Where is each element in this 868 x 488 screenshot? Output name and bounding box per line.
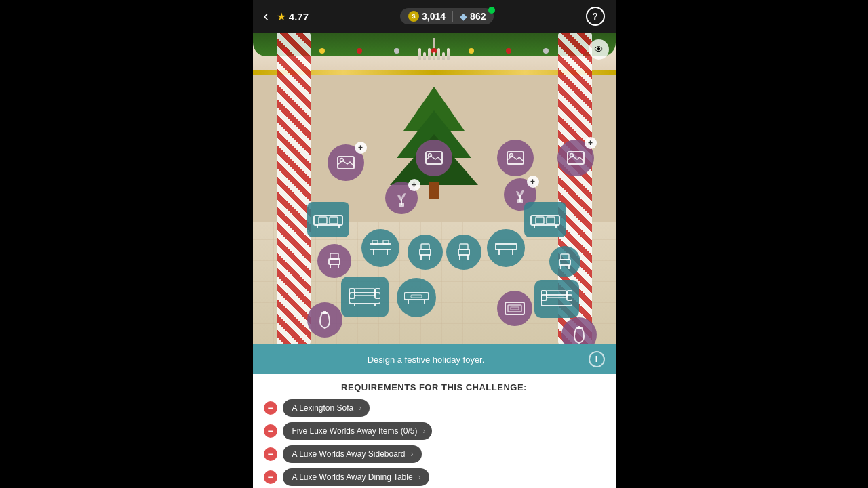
- chevron-right-icon-4: ›: [418, 472, 421, 482]
- sofa-icon: [541, 289, 572, 308]
- svg-rect-55: [508, 305, 521, 312]
- picture-icon: [506, 150, 525, 165]
- svg-rect-26: [421, 244, 429, 249]
- placement-circle-sofa1[interactable]: [341, 277, 389, 317]
- svg-rect-9: [517, 199, 523, 203]
- sofa-icon: [349, 287, 380, 306]
- sideboard-icon: [530, 211, 560, 228]
- plus-indicator: +: [355, 142, 367, 154]
- svg-point-3: [428, 154, 431, 157]
- garland-dot: [469, 48, 474, 54]
- placement-circle-chair2[interactable]: [549, 246, 580, 277]
- placement-circle-rug[interactable]: [497, 291, 532, 326]
- placement-circle-plant1[interactable]: +: [385, 182, 418, 214]
- rating-value: 4.77: [289, 11, 309, 22]
- svg-rect-53: [411, 295, 422, 298]
- svg-rect-17: [547, 217, 555, 224]
- placement-circle-dining-chair1[interactable]: [408, 235, 443, 270]
- placement-circle-dining-chair2[interactable]: [446, 235, 481, 270]
- dining-chair-icon: [456, 243, 472, 262]
- chandelier-top: [433, 38, 435, 48]
- vase-icon: [319, 310, 330, 329]
- picture-icon: [566, 150, 585, 165]
- placement-circle-vase2[interactable]: [561, 317, 597, 344]
- requirement-pill-4[interactable]: A Luxe Worlds Away Dining Table ›: [283, 468, 429, 486]
- chandelier-crystal: [428, 48, 431, 60]
- placement-circle-vase1[interactable]: [307, 302, 342, 338]
- garland-dot: [357, 48, 362, 54]
- plant-icon: [513, 186, 528, 203]
- requirement-label-1: A Lexington Sofa: [292, 403, 354, 413]
- vase-icon: [574, 325, 585, 344]
- svg-rect-30: [460, 244, 468, 249]
- plus-indicator: +: [408, 179, 420, 191]
- placement-circle-pic4[interactable]: +: [557, 140, 594, 176]
- requirement-pill-1[interactable]: A Lexington Sofa ›: [283, 399, 370, 417]
- back-button[interactable]: ‹: [264, 7, 269, 25]
- chandelier-body: [407, 38, 461, 60]
- chandelier-crystal: [437, 48, 440, 60]
- star-icon: ★: [277, 10, 286, 23]
- requirements-title: REQUIREMENTS FOR THIS CHALLENGE:: [264, 382, 605, 392]
- svg-rect-50: [404, 293, 429, 300]
- column-stripe-left: [277, 33, 311, 344]
- plus-indicator: +: [527, 176, 539, 188]
- requirement-pill-2[interactable]: Five Luxe Worlds Away Items (0/5) ›: [283, 422, 433, 440]
- gem-section: ◆ 862: [453, 11, 486, 22]
- coin-section: $ 3,014: [408, 11, 453, 22]
- chair-icon: [327, 252, 342, 270]
- rating-container: ★ 4.77: [277, 10, 309, 23]
- svg-rect-36: [329, 259, 340, 264]
- info-button[interactable]: i: [589, 351, 605, 367]
- column-left: [277, 33, 311, 344]
- placement-circle-sofa2[interactable]: [534, 280, 579, 318]
- chevron-right-icon-1: ›: [359, 403, 361, 413]
- requirement-label-2: Five Luxe Worlds Away Items (0/5): [292, 426, 418, 436]
- help-button[interactable]: ?: [586, 7, 605, 26]
- placement-circle-pic3[interactable]: [497, 140, 534, 176]
- dining-chair-icon: [417, 243, 433, 262]
- minus-icon-4: [264, 470, 277, 484]
- placement-circle-dining-table2[interactable]: [487, 229, 525, 267]
- notification-dot: [488, 7, 495, 14]
- svg-rect-11: [319, 217, 327, 224]
- coffee-table-icon: [404, 290, 429, 305]
- svg-rect-8: [399, 203, 404, 207]
- requirement-row-3: A Luxe Worlds Away Sideboard ›: [264, 445, 605, 463]
- requirement-row-1: A Lexington Sofa ›: [264, 399, 605, 417]
- coin-icon: $: [408, 11, 419, 22]
- garland-dot: [543, 48, 549, 54]
- eye-button[interactable]: 👁: [589, 39, 609, 60]
- sideboard-icon: [313, 211, 343, 228]
- chandelier-crystal: [433, 52, 435, 60]
- currency-bar[interactable]: $ 3,014 ◆ 862: [400, 8, 494, 24]
- svg-rect-40: [559, 260, 570, 265]
- app-container: ‹ ★ 4.77 $ 3,014 ◆ 862 ?: [253, 0, 616, 488]
- plus-indicator: +: [585, 137, 597, 149]
- requirement-row-2: Five Luxe Worlds Away Items (0/5) ›: [264, 422, 605, 440]
- svg-rect-12: [330, 217, 338, 224]
- svg-rect-56: [511, 307, 519, 310]
- garland-dot: [319, 48, 325, 54]
- placement-circle-coffee-table[interactable]: [397, 278, 436, 317]
- plant-icon: [394, 189, 409, 207]
- placement-circle-dining-table1[interactable]: [361, 229, 399, 267]
- requirement-row-4: A Luxe Worlds Away Dining Table ›: [264, 468, 605, 486]
- placement-circle-pic1[interactable]: +: [328, 144, 364, 181]
- garland-dot: [394, 48, 399, 54]
- top-bar-left: ‹ ★ 4.77: [264, 7, 309, 25]
- placement-circle-console-left[interactable]: [307, 202, 349, 237]
- requirement-pill-3[interactable]: A Luxe Worlds Away Sideboard ›: [283, 445, 422, 463]
- picture-icon: [336, 155, 355, 170]
- svg-rect-37: [330, 253, 338, 259]
- top-bar: ‹ ★ 4.77 $ 3,014 ◆ 862 ?: [253, 0, 616, 33]
- tree-trunk: [429, 182, 439, 199]
- placement-circle-pic2[interactable]: [416, 140, 452, 176]
- placement-circle-console-right[interactable]: [524, 202, 566, 237]
- placement-circle-chair[interactable]: [317, 244, 351, 278]
- requirements-section: REQUIREMENTS FOR THIS CHALLENGE: A Lexin…: [253, 374, 616, 488]
- minus-icon-2: [264, 424, 277, 438]
- gem-icon: ◆: [460, 11, 467, 22]
- svg-rect-29: [458, 249, 469, 255]
- rug-icon: [505, 302, 525, 315]
